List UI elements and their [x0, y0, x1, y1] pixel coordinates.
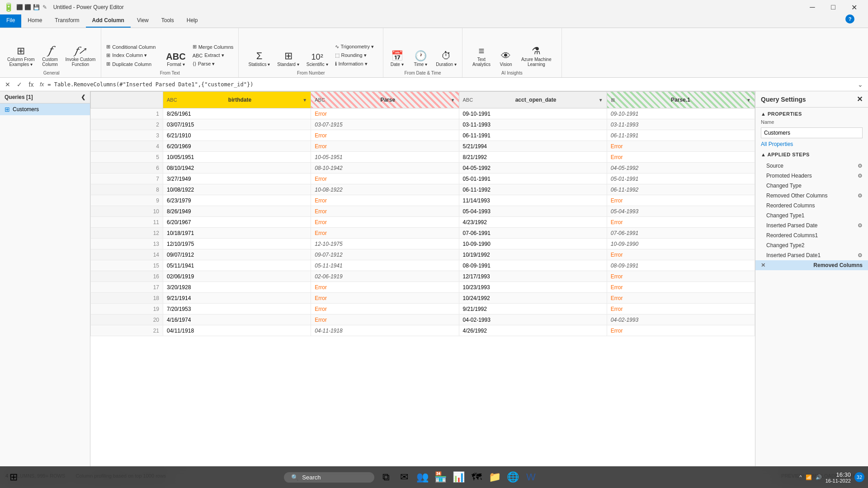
col-header-parse[interactable]: ABC Parse ▼ [311, 92, 459, 108]
help-button[interactable]: ? [845, 14, 854, 23]
cell-value: 05-01-1991 [459, 174, 607, 184]
cell-value: 06-11-1992 [607, 184, 755, 195]
maps-app[interactable]: 🗺 [468, 469, 485, 485]
all-properties-link[interactable]: All Properties [755, 140, 868, 148]
formula-expand-button[interactable]: ⌄ [855, 80, 865, 89]
step-settings-icon[interactable]: ⚙ [858, 192, 863, 199]
query-item-customers[interactable]: ⊞ Customers [0, 103, 90, 115]
cell-value: 10/19/1992 [459, 249, 607, 260]
index-column-button[interactable]: ⊞ Index Column ▾ [104, 52, 158, 59]
step-delete-icon[interactable]: ✕ [761, 262, 765, 268]
applied-step[interactable]: Reordered Columns1 [755, 230, 868, 240]
applied-step[interactable]: Promoted Headers⚙ [755, 171, 868, 181]
start-button[interactable]: ⊞ [4, 467, 24, 487]
tab-view[interactable]: View [131, 14, 155, 28]
query-name-input[interactable] [761, 127, 863, 138]
merge-columns-button[interactable]: ⊞ Merge Columns [190, 43, 236, 51]
cell-value: Error [311, 217, 459, 228]
information-button[interactable]: ℹ Information ▾ [333, 60, 376, 68]
row-number: 7 [91, 174, 163, 184]
tab-home[interactable]: Home [21, 14, 48, 28]
time-button[interactable]: 🕐 Time ▾ [410, 50, 431, 68]
row-number: 10 [91, 206, 163, 217]
tab-add-column[interactable]: Add Column [86, 14, 131, 28]
word-app[interactable]: W [523, 469, 539, 485]
vision-button[interactable]: 👁 Vision [495, 50, 517, 68]
applied-step[interactable]: ✕Removed Columns [755, 260, 868, 270]
applied-step[interactable]: Changed Type1 [755, 211, 868, 221]
power-bi-app[interactable]: 📊 [450, 469, 467, 485]
applied-step[interactable]: Reordered Columns [755, 201, 868, 211]
collapse-queries-button[interactable]: ❮ [81, 94, 85, 100]
applied-step[interactable]: Source⚙ [755, 161, 868, 171]
standard-button[interactable]: ⊞ Standard ▾ [274, 50, 302, 68]
col-filter-birthdate[interactable]: ▼ [302, 98, 307, 103]
col-header-birthdate[interactable]: ABC birthdate ▼ [163, 92, 311, 108]
close-button[interactable]: ✕ [844, 0, 864, 14]
parse-button[interactable]: ⟨⟩ Parse ▾ [190, 60, 236, 68]
maximize-button[interactable]: □ [823, 0, 844, 14]
applied-step[interactable]: Changed Type [755, 181, 868, 191]
col-header-parse1[interactable]: ⊞ Parse.1 ▼ [607, 92, 755, 108]
teams-app[interactable]: 👥 [414, 469, 430, 485]
step-settings-icon[interactable]: ⚙ [858, 222, 863, 229]
custom-column-button[interactable]: 𝑓 Custom Column [39, 44, 61, 68]
step-name: Removed Other Columns [766, 192, 827, 199]
cell-value: 6/20/1967 [163, 217, 311, 228]
applied-step[interactable]: Inserted Parsed Date⚙ [755, 221, 868, 230]
step-settings-icon[interactable]: ⚙ [858, 173, 863, 179]
cancel-formula-button[interactable]: ✕ [3, 80, 13, 89]
applied-step[interactable]: Removed Other Columns⚙ [755, 191, 868, 201]
step-settings-icon[interactable]: ⚙ [858, 252, 863, 258]
col-filter-parse[interactable]: ▼ [451, 98, 455, 103]
confirm-formula-button[interactable]: ✓ [14, 80, 24, 89]
cell-value: 4/26/1992 [459, 325, 607, 336]
notification-badge[interactable]: 32 [854, 472, 864, 482]
col-filter-parse1[interactable]: ▼ [746, 98, 751, 103]
text-analytics-button[interactable]: ≡ Text Analytics [470, 45, 493, 68]
applied-step[interactable]: Changed Type2 [755, 240, 868, 250]
tab-help[interactable]: Help [180, 14, 204, 28]
close-settings-button[interactable]: ✕ [857, 95, 863, 103]
properties-section-title: ▲ PROPERTIES [755, 108, 868, 118]
azure-ml-button[interactable]: ⚗ Azure Machine Learning [519, 45, 554, 68]
statistics-button[interactable]: Σ Statistics ▾ [246, 50, 273, 68]
tab-tools[interactable]: Tools [155, 14, 180, 28]
query-name: Customers [13, 106, 39, 113]
title-bar-left: 🔋 ⬛ ⬛ 💾 ✎ Untitled - Power Query Editor [4, 2, 124, 12]
ribbon-group-from-text: ⊞ Conditional Column ⊞ Index Column ▾ ⊞ … [101, 28, 239, 77]
tab-file[interactable]: File [0, 14, 21, 28]
applied-step[interactable]: Inserted Parsed Date1⚙ [755, 250, 868, 260]
taskbar-search[interactable]: 🔍 Search [284, 472, 374, 483]
clock[interactable]: 16:30 16-11-2022 [826, 471, 851, 483]
minimize-button[interactable]: ─ [802, 0, 823, 14]
col-header-acct-open-date[interactable]: ABC acct_open_date ▼ [459, 92, 607, 108]
invoke-custom-function-button[interactable]: 𝑓↗ Invoke Custom Function [63, 45, 99, 68]
cell-value: Error [311, 314, 459, 325]
scientific-button[interactable]: 10² Scientific ▾ [304, 52, 331, 68]
file-explorer[interactable]: 📁 [486, 469, 503, 485]
table-row: 2104/11/191804-11-19184/26/1992Error [91, 325, 755, 336]
step-settings-icon[interactable]: ⚙ [858, 163, 863, 169]
tab-transform[interactable]: Transform [48, 14, 85, 28]
task-view-button[interactable]: ⧉ [378, 469, 394, 485]
extract-button[interactable]: ABC Extract ▾ [190, 52, 236, 59]
store-app[interactable]: 🏪 [432, 469, 448, 485]
duration-button[interactable]: ⏱ Duration ▾ [433, 50, 459, 68]
system-tray-chevron[interactable]: ^ [800, 474, 802, 480]
duplicate-column-button[interactable]: ⊞ Duplicate Column [104, 60, 158, 68]
conditional-column-button[interactable]: ⊞ Conditional Column [104, 43, 158, 51]
formula-input[interactable] [47, 81, 854, 88]
column-from-examples-button[interactable]: ⊞ Column From Examples ▾ [5, 45, 38, 68]
cell-value: 4/23/1992 [459, 217, 607, 228]
chrome-browser[interactable]: 🌐 [505, 469, 521, 485]
data-grid[interactable]: ABC birthdate ▼ ABC Parse ▼ [90, 91, 755, 466]
cell-value: 4/16/1974 [163, 314, 311, 325]
format-button[interactable]: ABC Format ▾ [163, 51, 188, 68]
rounding-button[interactable]: ⬚ Rounding ▾ [333, 52, 376, 59]
date-button[interactable]: 📅 Date ▾ [386, 50, 408, 68]
mail-app[interactable]: ✉ [396, 469, 412, 485]
expand-formula-button[interactable]: fx [26, 80, 36, 89]
trigonometry-button[interactable]: ∿ Trigonometry ▾ [333, 43, 376, 51]
col-filter-acct[interactable]: ▼ [599, 98, 603, 103]
